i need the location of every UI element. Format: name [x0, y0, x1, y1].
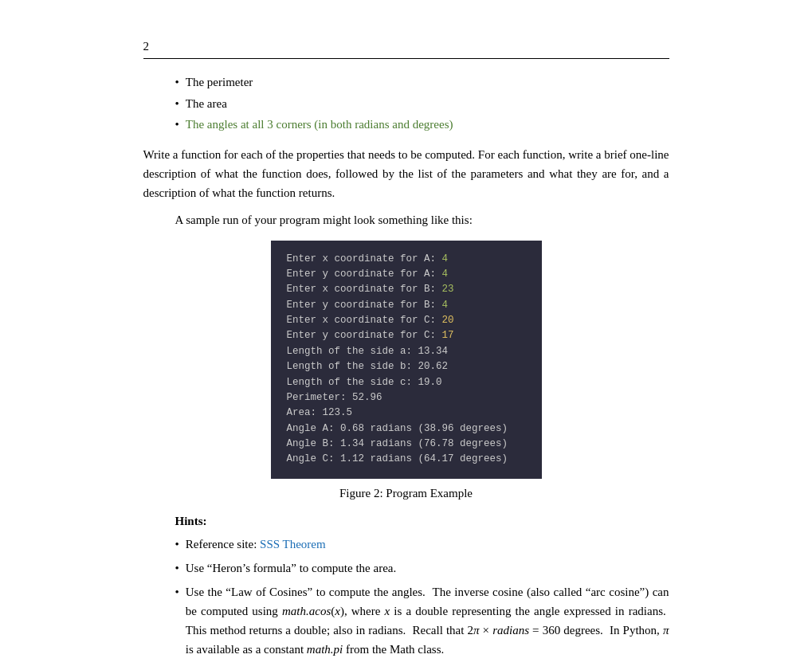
page-number: 2 [143, 40, 150, 53]
terminal-line: Angle A: 0.68 radians (38.96 degrees) [287, 421, 526, 437]
terminal-line: Area: 123.5 [287, 406, 526, 421]
bullet-item-perimeter: The perimeter [186, 73, 253, 92]
hint-reference-text: Reference site: SSS Theorem [186, 535, 669, 554]
hint-item-law-of-cosines: Use the “Law of Cosines” to compute the … [175, 582, 669, 659]
terminal-line: Angle B: 1.34 radians (76.78 degrees) [287, 437, 526, 452]
terminal-text: Enter x coordinate for C: [287, 315, 442, 326]
terminal-line: Enter y coordinate for B: 4 [287, 298, 526, 313]
terminal-line: Length of the side b: 20.62 [287, 359, 526, 374]
page-container: 2 The perimeter The area The angles at a… [96, 16, 717, 670]
terminal-value: 4 [442, 300, 449, 311]
terminal-block: Enter x coordinate for A: 4 Enter y coor… [271, 241, 542, 479]
terminal-line: Angle C: 1.12 radians (64.17 degrees) [287, 452, 526, 467]
terminal-text: Enter y coordinate for C: [287, 330, 442, 341]
terminal-value: 4 [442, 268, 449, 280]
hint-reference-prefix: Reference site: [186, 538, 260, 550]
terminal-text: Enter x coordinate for B: [287, 284, 442, 295]
page-header: 2 [143, 40, 669, 59]
sample-run-intro: A sample run of your program might look … [175, 210, 669, 229]
terminal-line: Enter x coordinate for C: 20 [287, 313, 526, 328]
hint-item-heron: Use “Heron’s formula” to compute the are… [175, 558, 669, 578]
hints-title: Hints: [175, 515, 669, 528]
list-item: The angles at all 3 corners (in both rad… [175, 116, 669, 134]
hint-item-reference: Reference site: SSS Theorem [175, 535, 669, 554]
terminal-line: Perimeter: 52.96 [287, 390, 526, 406]
bullet-item-area: The area [186, 95, 227, 113]
hint-heron-text: Use “Heron’s formula” to compute the are… [186, 558, 669, 578]
terminal-line: Length of the side a: 13.34 [287, 344, 526, 359]
hint-cosines-text: Use the “Law of Cosines” to compute the … [186, 582, 669, 659]
terminal-line: Length of the side c: 19.0 [287, 375, 526, 390]
list-item: The area [175, 95, 669, 113]
terminal-value: 4 [442, 253, 449, 264]
hints-list: Reference site: SSS Theorem Use “Heron’s… [175, 535, 669, 659]
terminal-text: Enter y coordinate for A: [287, 268, 442, 280]
body-paragraph: Write a function for each of the propert… [143, 145, 669, 202]
hints-section: Hints: Reference site: SSS Theorem Use “… [143, 515, 669, 659]
terminal-line: Enter x coordinate for A: 4 [287, 252, 526, 267]
terminal-container: Enter x coordinate for A: 4 Enter y coor… [143, 241, 669, 479]
figure-caption: Figure 2: Program Example [143, 487, 669, 500]
bullet-list: The perimeter The area The angles at all… [175, 73, 669, 134]
sss-theorem-link[interactable]: SSS Theorem [260, 538, 326, 550]
terminal-value: 17 [442, 330, 454, 341]
list-item: The perimeter [175, 73, 669, 92]
terminal-value: 23 [442, 284, 454, 295]
terminal-line: Enter y coordinate for C: 17 [287, 328, 526, 343]
terminal-value: 20 [442, 315, 454, 326]
terminal-line: Enter y coordinate for A: 4 [287, 267, 526, 282]
bullet-item-angles: The angles at all 3 corners (in both rad… [186, 116, 453, 134]
terminal-line: Enter x coordinate for B: 23 [287, 282, 526, 297]
terminal-text: Enter x coordinate for A: [287, 253, 442, 264]
terminal-text: Enter y coordinate for B: [287, 300, 442, 311]
